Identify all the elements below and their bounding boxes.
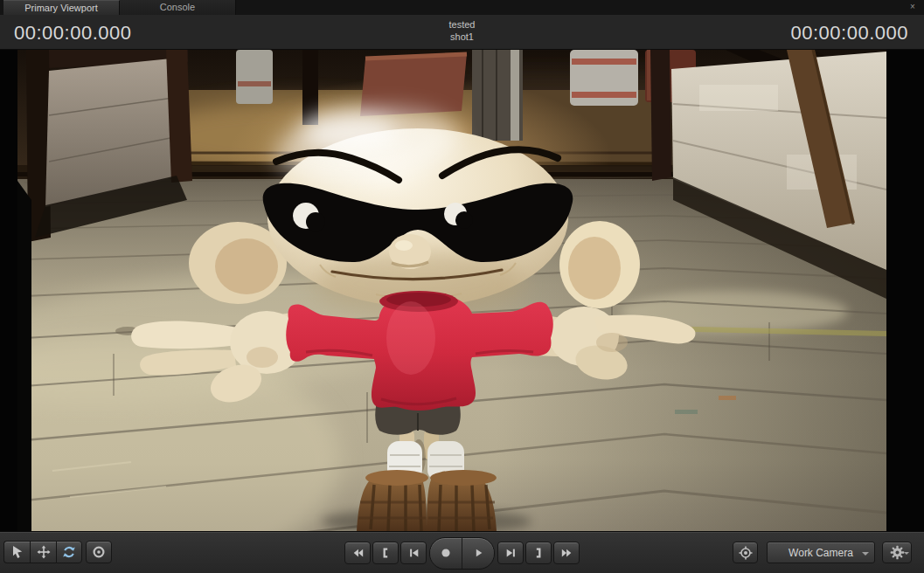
fast-forward-button[interactable] — [553, 542, 580, 564]
set-in-point-button[interactable] — [372, 542, 399, 564]
orbit-tool-button[interactable] — [86, 541, 112, 563]
rewind-icon — [351, 547, 365, 559]
sfm-viewport-window: Primary Viewport Console × 00:00:00.000 … — [0, 0, 924, 573]
timecode-right: 00:00:00.000 — [791, 22, 908, 45]
orbit-icon — [92, 545, 106, 559]
viewport-settings-button[interactable] — [882, 542, 912, 563]
go-to-start-button[interactable] — [400, 542, 427, 564]
shot-name: shot1 — [0, 31, 924, 43]
tab-primary-viewport[interactable]: Primary Viewport — [3, 0, 120, 15]
go-to-end-button[interactable] — [497, 542, 524, 564]
camera-controls: Work Camera — [733, 542, 912, 563]
in-bracket-icon — [379, 547, 392, 559]
record-button[interactable] — [430, 538, 462, 569]
gear-icon — [890, 545, 905, 560]
scene-render — [0, 50, 924, 531]
move-tool-button[interactable] — [30, 541, 56, 563]
camera-selector-dropdown[interactable]: Work Camera — [767, 542, 875, 563]
tab-bar: Primary Viewport Console × — [0, 0, 924, 15]
out-bracket-icon — [532, 547, 545, 559]
session-name: tested — [0, 18, 924, 31]
bottom-toolbar: Work Camera — [0, 531, 924, 573]
tab-console[interactable]: Console — [120, 0, 236, 15]
gear-chevron-icon — [904, 552, 909, 555]
skip-start-icon — [407, 547, 420, 559]
close-icon[interactable]: × — [907, 1, 918, 13]
timecode-bar: 00:00:00.000 tested shot1 00:00:00.000 — [0, 15, 924, 50]
skip-end-icon — [504, 547, 518, 559]
manipulator-tools — [3, 541, 112, 563]
tab-console-label: Console — [160, 2, 195, 12]
rotate-icon — [62, 545, 76, 559]
rewind-button[interactable] — [344, 542, 371, 564]
play-icon — [472, 547, 484, 559]
clip-info: tested shot1 — [0, 18, 924, 43]
playback-transport — [344, 532, 580, 573]
set-out-point-button[interactable] — [525, 542, 552, 564]
3d-viewport[interactable] — [0, 50, 924, 531]
select-cursor-icon — [10, 545, 24, 559]
record-play-cluster — [429, 537, 495, 570]
camera-selector-value: Work Camera — [789, 547, 853, 559]
camera-target-button[interactable] — [733, 542, 758, 563]
play-button[interactable] — [462, 538, 494, 569]
select-tool-button[interactable] — [3, 541, 30, 563]
fast-forward-icon — [560, 547, 573, 559]
move-icon — [37, 545, 51, 559]
tab-primary-viewport-label: Primary Viewport — [24, 3, 98, 13]
chevron-down-icon — [862, 552, 869, 556]
camera-target-icon — [739, 546, 753, 560]
rotate-tool-button[interactable] — [56, 541, 82, 563]
record-icon — [440, 547, 452, 559]
